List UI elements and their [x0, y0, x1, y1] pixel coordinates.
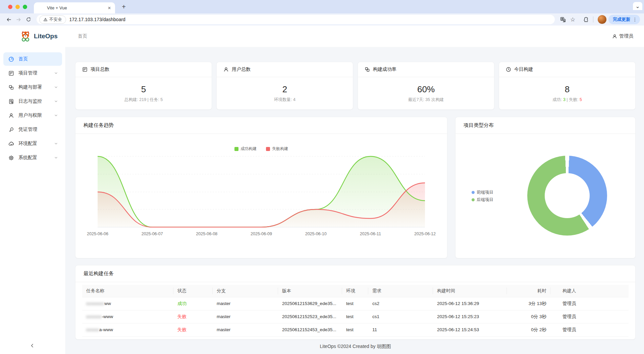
table-row[interactable]: xxxxxxxww 成功 master 20250612153629_ede35… — [82, 297, 629, 310]
stat-value: 60% — [417, 84, 435, 95]
col-duration: 耗时 — [507, 285, 550, 297]
liteops-panda-icon — [19, 30, 32, 42]
tab-close-icon[interactable]: ✕ — [106, 5, 112, 11]
environment: test — [342, 323, 368, 336]
sidebar-item-system-config[interactable]: 系统配置 — [3, 151, 62, 164]
translate-icon[interactable] — [558, 15, 568, 24]
stat-card-success-rate: 构建成功率 60% 最近7天: 35 次构建 — [358, 62, 494, 110]
sidebar-item-logs-monitoring[interactable]: 日志与监控 — [3, 95, 62, 108]
chevron-down-icon — [54, 99, 58, 103]
user-menu[interactable]: 管理员 — [612, 33, 633, 39]
legend-dot — [472, 191, 475, 194]
user-name: 管理员 — [619, 33, 633, 39]
reload-button[interactable] — [23, 15, 33, 24]
legend-dot — [472, 198, 475, 201]
window-controls — [8, 5, 27, 9]
col-version: 版本 — [278, 285, 342, 297]
legend-item-fail[interactable]: 失败构建 — [266, 146, 288, 152]
task-name: xxxxxx-www — [82, 310, 173, 323]
branch: master — [213, 323, 278, 336]
chevron-down-icon — [54, 113, 58, 117]
branch: master — [213, 310, 278, 323]
donut-chart — [527, 156, 607, 236]
tab-title: Vite + Vue — [47, 5, 104, 10]
status-badge: 成功 — [173, 297, 213, 310]
stat-title: 用户总数 — [232, 66, 251, 72]
legend-item-backend[interactable]: 后端项目 — [472, 197, 493, 202]
task-name: xxxxxa-www — [82, 323, 173, 336]
status-badge: 失败 — [173, 310, 213, 323]
tab-search-chevron[interactable]: ⌄ — [633, 2, 642, 10]
build-time: 2025-06-12 15:24:53 — [433, 323, 507, 336]
builder: 管理员 — [550, 323, 629, 336]
builder: 管理员 — [550, 310, 629, 323]
build-time: 2025-06-12 15:36:29 — [433, 297, 507, 310]
duration: 0分 3秒 — [507, 310, 550, 323]
app-header: LiteOps 首页 管理员 — [0, 26, 644, 47]
cloud-icon — [8, 141, 14, 147]
extensions-puzzle-icon[interactable] — [581, 15, 591, 24]
stat-subtitle: 成功: 3 | 失败: 5 — [552, 97, 582, 103]
address-bar[interactable]: 不安全 172.17.103.173/dashboard — [37, 15, 555, 24]
table-row[interactable]: xxxxxa-www 失败 master 20250612152453_ede3… — [82, 323, 629, 336]
legend-item-frontend[interactable]: 前端项目 — [472, 190, 493, 195]
sidebar-item-credentials[interactable]: 凭证管理 — [3, 123, 62, 136]
branch: master — [213, 297, 278, 310]
version: 20250612152453_ede35... — [278, 323, 342, 336]
new-tab-button[interactable]: + — [119, 2, 128, 11]
site-security-chip[interactable]: 不安全 — [39, 15, 66, 24]
warning-icon — [43, 17, 48, 22]
requirement: cs1 — [368, 310, 433, 323]
user-icon — [223, 67, 229, 72]
window-close-button[interactable] — [8, 5, 12, 9]
log-search-icon — [8, 99, 14, 104]
status-badge: 失败 — [173, 323, 213, 336]
stat-card-users: 用户总数 2 环境数量: 4 — [216, 62, 353, 110]
build-time: 2025-06-12 15:25:23 — [433, 310, 507, 323]
sidebar-item-users-permissions[interactable]: 用户与权限 — [3, 109, 62, 122]
logo-text: LiteOps — [34, 33, 58, 40]
stat-title: 构建成功率 — [373, 66, 396, 72]
table-row[interactable]: xxxxxx-www 失败 master 20250612152523_ede3… — [82, 310, 629, 323]
app-logo: LiteOps — [0, 30, 66, 42]
browser-tab[interactable]: Vite + Vue ✕ — [34, 2, 115, 13]
legend-item-success[interactable]: 成功构建 — [234, 146, 257, 152]
clock-icon — [506, 67, 511, 72]
browser-toolbar: 不安全 172.17.103.173/dashboard ☆ 完成更新 ⋮ — [0, 13, 644, 26]
project-type-card: 项目类型分布 前端项目 后端项目 — [455, 117, 636, 258]
sidebar-item-home[interactable]: 首页 — [3, 52, 62, 66]
sidebar-item-build-deploy[interactable]: 构建与部署 — [3, 81, 62, 94]
requirement: cs2 — [368, 297, 433, 310]
sidebar-item-environment-config[interactable]: 环境配置 — [3, 137, 62, 150]
stat-subtitle: 最近7天: 35 次构建 — [408, 97, 444, 103]
toolbar-divider — [593, 16, 593, 22]
browser-menu-icon[interactable]: ⋮ — [633, 17, 637, 22]
key-icon — [8, 127, 14, 133]
window-minimize-button[interactable] — [15, 5, 20, 9]
user-icon — [612, 34, 617, 39]
sidebar-item-projects[interactable]: 项目管理 — [3, 66, 62, 80]
bookmark-star-icon[interactable]: ☆ — [568, 15, 578, 24]
col-build-time: 构建时间 — [433, 285, 507, 297]
stat-subtitle: 环境数量: 4 — [274, 97, 296, 103]
gear-icon — [8, 155, 14, 161]
line-chart — [98, 153, 425, 227]
chrome-update-button[interactable]: 完成更新 ⋮ — [608, 15, 640, 24]
profile-avatar[interactable] — [598, 15, 606, 24]
version: 20250612153629_ede35... — [278, 297, 342, 310]
x-axis-labels: 2025-06-06 2025-06-07 2025-06-08 2025-06… — [98, 232, 425, 237]
url-text: 172.17.103.173/dashboard — [69, 17, 125, 22]
stat-card-projects: 项目总数 5 总构建: 219 | 任务: 5 — [75, 62, 212, 110]
sidebar-collapse-button[interactable] — [30, 343, 36, 350]
window-zoom-button[interactable] — [23, 5, 27, 9]
project-icon — [8, 70, 14, 76]
stat-title: 今日构建 — [514, 66, 533, 72]
back-button[interactable] — [4, 15, 14, 24]
environment: test — [342, 297, 368, 310]
chevron-down-icon — [54, 71, 58, 75]
vite-favicon — [39, 5, 44, 10]
sidebar: 首页 项目管理 构建与部署 日志与监控 用户与权限 凭证管理 环境配 — [0, 47, 66, 354]
chevron-down-icon — [54, 85, 58, 89]
col-builder: 构建人 — [550, 285, 629, 297]
forward-button[interactable] — [14, 15, 23, 24]
